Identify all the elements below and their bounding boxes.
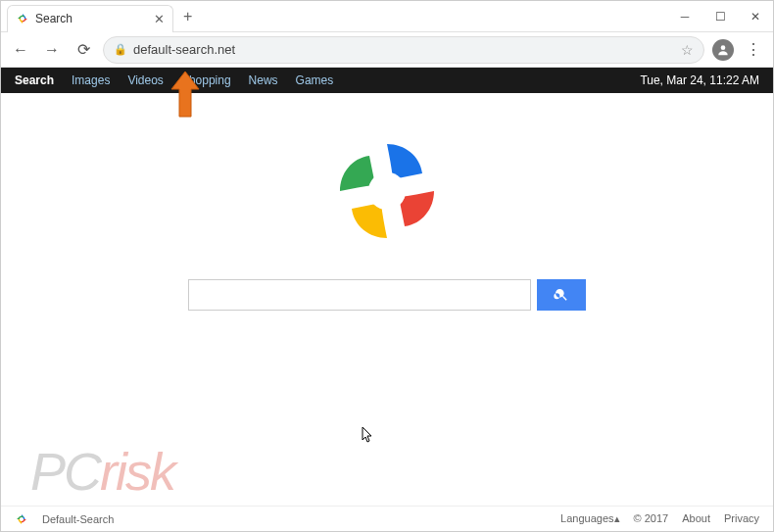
window-titlebar: Search ✕ + ─ ☐ ✕	[1, 1, 773, 32]
tab-close-icon[interactable]: ✕	[154, 12, 165, 26]
footer-copyright: © 2017	[634, 512, 669, 525]
window-controls: ─ ☐ ✕	[667, 1, 773, 32]
forward-icon[interactable]: →	[40, 38, 64, 62]
clock-text: Tue, Mar 24, 11:22 AM	[640, 73, 759, 87]
nav-search[interactable]: Search	[15, 73, 54, 87]
tab-title: Search	[35, 12, 148, 25]
search-icon	[554, 287, 569, 303]
search-button[interactable]	[537, 279, 586, 311]
close-window-icon[interactable]: ✕	[738, 1, 773, 32]
nav-videos[interactable]: Videos	[127, 73, 163, 87]
svg-point-3	[20, 516, 24, 520]
footer-languages[interactable]: Languages▴	[560, 512, 619, 525]
address-bar[interactable]: 🔒 ☆	[103, 36, 704, 64]
bookmark-star-icon[interactable]: ☆	[681, 42, 694, 58]
nav-games[interactable]: Games	[296, 73, 334, 87]
search-row	[188, 279, 586, 311]
footer-links: Languages▴ © 2017 About Privacy	[560, 512, 759, 525]
svg-point-0	[21, 17, 24, 21]
nav-images[interactable]: Images	[72, 73, 110, 87]
page-footer: Default-Search Languages▴ © 2017 About P…	[1, 506, 773, 531]
search-input[interactable]	[188, 279, 531, 311]
browser-toolbar: ← → ⟳ 🔒 ☆ ⋮	[1, 32, 773, 68]
maximize-icon[interactable]: ☐	[702, 1, 738, 32]
lock-icon: 🔒	[114, 43, 127, 56]
footer-privacy[interactable]: Privacy	[724, 512, 759, 525]
profile-avatar-icon[interactable]	[712, 39, 734, 61]
url-input[interactable]	[133, 42, 675, 57]
browser-tab[interactable]: Search ✕	[7, 5, 173, 32]
menu-dots-icon[interactable]: ⋮	[742, 40, 765, 59]
category-navbar: Search Images Videos Shopping News Games…	[1, 68, 773, 93]
footer-about[interactable]: About	[682, 512, 710, 525]
page-content	[1, 93, 773, 506]
footer-brand: Default-Search	[42, 513, 114, 525]
back-icon[interactable]: ←	[9, 38, 32, 62]
footer-logo-icon	[15, 512, 28, 526]
new-tab-button[interactable]: +	[173, 8, 202, 25]
mouse-cursor-icon	[362, 426, 375, 444]
svg-point-1	[721, 45, 726, 50]
site-logo-icon	[328, 132, 446, 250]
nav-news[interactable]: News	[249, 73, 278, 87]
nav-shopping[interactable]: Shopping	[181, 73, 231, 87]
svg-point-2	[368, 172, 406, 210]
tab-favicon-icon	[16, 12, 29, 25]
reload-icon[interactable]: ⟳	[72, 38, 95, 62]
minimize-icon[interactable]: ─	[667, 1, 702, 32]
